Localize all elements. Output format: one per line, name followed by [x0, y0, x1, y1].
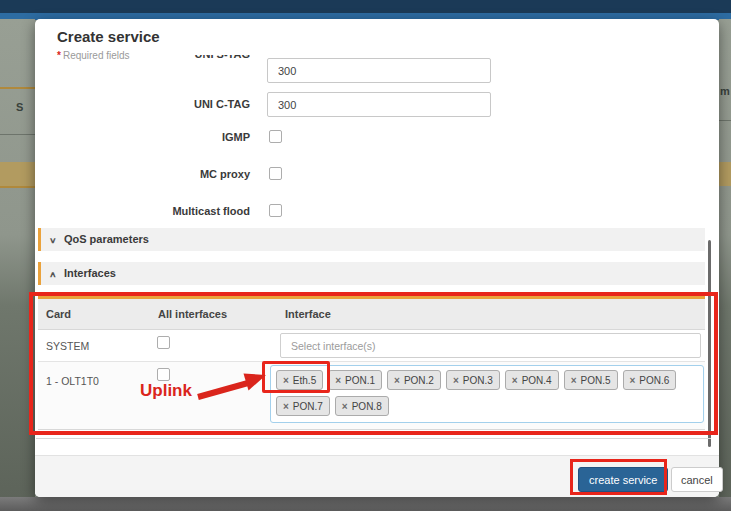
column-header-card: Card [46, 308, 71, 320]
background-highlight-row [719, 162, 731, 186]
interface-tag-pon6[interactable]: ×PON.6 [623, 370, 677, 390]
system-interface-select[interactable] [280, 333, 701, 358]
interface-tag-pon7[interactable]: ×PON.7 [276, 396, 330, 416]
background-text-fragment: m [720, 85, 730, 97]
chevron-down-icon: ∨ [49, 229, 57, 252]
interface-tag-pon4[interactable]: ×PON.4 [505, 370, 559, 390]
modal-scrollbar-thumb[interactable] [708, 240, 711, 447]
olt1t0-all-interfaces-checkbox[interactable] [157, 368, 170, 381]
modal-footer: create service cancel [35, 455, 719, 497]
uni-s-tag-input[interactable] [267, 58, 491, 83]
create-service-button[interactable]: create service [578, 467, 668, 492]
card-name: SYSTEM [46, 340, 89, 352]
system-all-interfaces-checkbox[interactable] [157, 336, 170, 349]
section-qos-parameters[interactable]: ∨ QoS parameters [38, 228, 705, 251]
column-header-all-interfaces: All interfaces [158, 308, 227, 320]
field-label-uni-s-tag: UNI S-TAG [55, 55, 250, 64]
interfaces-table: Card All interfaces Interface SYSTEM 1 -… [38, 296, 705, 430]
interface-tag-pon2[interactable]: ×PON.2 [387, 370, 441, 390]
remove-tag-icon[interactable]: × [512, 375, 518, 386]
section-interfaces[interactable]: ∧ Interfaces [38, 262, 705, 285]
interface-tag-pon1[interactable]: ×PON.1 [328, 370, 382, 390]
background-divider [719, 120, 731, 121]
section-label: Interfaces [64, 267, 116, 279]
uni-c-tag-input[interactable] [267, 92, 491, 117]
background-highlight-row [0, 162, 35, 186]
remove-tag-icon[interactable]: × [571, 375, 577, 386]
multicast-flood-checkbox[interactable] [269, 204, 282, 217]
remove-tag-icon[interactable]: × [283, 401, 289, 412]
olt1t0-interface-multiselect[interactable]: ×Eth.5 ×PON.1 ×PON.2 ×PON.3 ×PON.4 ×PON.… [270, 365, 704, 423]
background-bottom-strip [0, 497, 731, 511]
mc-proxy-checkbox[interactable] [269, 167, 282, 180]
modal-body-divider [36, 438, 711, 439]
remove-tag-icon[interactable]: × [342, 401, 348, 412]
interface-tag-pon5[interactable]: ×PON.5 [564, 370, 618, 390]
page-background: S m Create service *Required fields UNI … [0, 0, 731, 511]
field-label-multicast-flood: Multicast flood [55, 205, 250, 217]
background-divider [0, 186, 35, 188]
create-service-modal: Create service *Required fields UNI S-TA… [35, 19, 719, 497]
remove-tag-icon[interactable]: × [283, 375, 289, 386]
igmp-checkbox[interactable] [269, 130, 282, 143]
background-top-navbar [0, 0, 731, 13]
table-row-olt1t0: 1 - OLT1T0 ×Eth.5 ×PON.1 ×PON.2 ×PON.3 ×… [38, 362, 705, 429]
table-row-system: SYSTEM [38, 330, 705, 362]
column-header-interface: Interface [285, 308, 331, 320]
field-label-mc-proxy: MC proxy [55, 168, 250, 180]
modal-title: Create service [57, 28, 160, 45]
background-text-fragment: S [16, 101, 23, 113]
background-divider [0, 87, 35, 89]
field-label-uni-c-tag: UNI C-TAG [55, 98, 250, 110]
remove-tag-icon[interactable]: × [453, 375, 459, 386]
field-label-igmp: IGMP [55, 131, 250, 143]
chevron-up-icon: ∧ [49, 263, 57, 286]
card-name: 1 - OLT1T0 [46, 375, 99, 387]
remove-tag-icon[interactable]: × [630, 375, 636, 386]
interface-tag-pon8[interactable]: ×PON.8 [335, 396, 389, 416]
table-header-row: Card All interfaces Interface [38, 299, 705, 330]
background-divider [0, 134, 35, 135]
interface-tag-pon3[interactable]: ×PON.3 [446, 370, 500, 390]
remove-tag-icon[interactable]: × [335, 375, 341, 386]
remove-tag-icon[interactable]: × [394, 375, 400, 386]
section-label: QoS parameters [64, 233, 149, 245]
background-left-strip: S [0, 19, 35, 498]
interface-tag-eth5[interactable]: ×Eth.5 [276, 370, 323, 390]
background-right-strip: m [719, 19, 731, 498]
cancel-button[interactable]: cancel [671, 467, 723, 492]
